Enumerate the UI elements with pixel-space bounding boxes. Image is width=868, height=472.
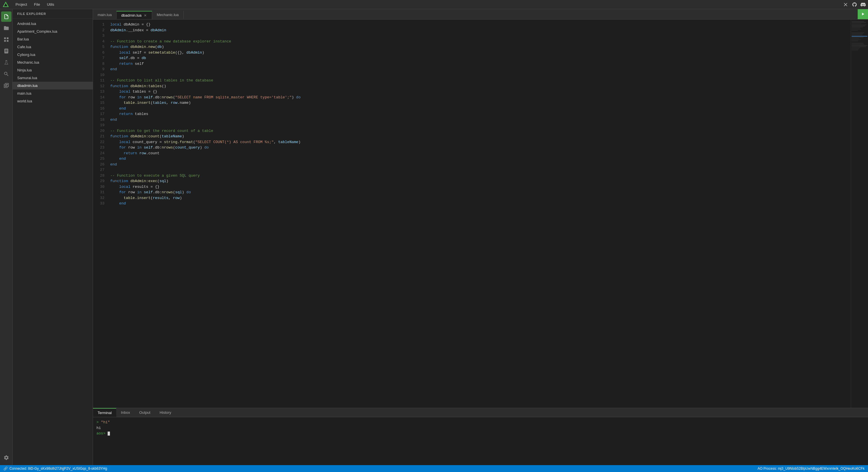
minimap-content — [851, 20, 868, 52]
code-line-1: local dbAdmin = {} — [110, 22, 847, 28]
tab-main-lua-label: main.lua — [98, 12, 112, 17]
menu-bar: Project File Utils — [0, 0, 868, 9]
file-item-mechanic[interactable]: Mechanic.lua — [12, 59, 93, 66]
code-editor: 1 2 3 4 5 6 7 8 9 10 11 12 13 14 15 16 1 — [93, 20, 851, 408]
code-line-15: table.insert(tables, row.name) — [110, 100, 847, 106]
file-item-cyborg[interactable]: Cyborg.lua — [12, 51, 93, 59]
minimap-line — [851, 22, 866, 23]
file-item-samurai[interactable]: Samurai.lua — [12, 74, 93, 82]
code-line-26: end — [110, 162, 847, 167]
sidebar-flask-icon[interactable] — [1, 57, 11, 68]
minimap-line — [851, 40, 858, 41]
file-item-android[interactable]: Android.lua — [12, 20, 93, 28]
terminal-tab-output[interactable]: Output — [135, 408, 155, 417]
minimap-line — [851, 34, 863, 34]
sidebar-settings-icon[interactable] — [1, 452, 11, 463]
menu-utils[interactable]: Utils — [44, 1, 57, 8]
code-line-24: return row.count — [110, 150, 847, 156]
status-connection-icon: 🔗 — [3, 467, 8, 471]
terminal-tab-inbox[interactable]: Inbox — [116, 408, 135, 417]
file-item-cafe[interactable]: Cafe.lua — [12, 43, 93, 51]
code-line-16: end — [110, 106, 847, 111]
code-line-9: end — [110, 67, 847, 72]
code-line-22: local count_query = string.format("SELEC… — [110, 139, 847, 145]
terminal-line-input: aos> — [96, 431, 865, 436]
code-line-5: function dbAdmin.new(db) — [110, 44, 847, 50]
editor-tabs: main.lua dbadmin.lua ✕ Mechanic.lua — [93, 9, 868, 20]
terminal-tab-terminal[interactable]: Terminal — [93, 408, 116, 417]
code-line-32: table.insert(results, row) — [110, 195, 847, 201]
file-explorer-title: FILE EXPLORER — [12, 9, 93, 19]
tab-main-lua[interactable]: main.lua — [93, 11, 117, 19]
minimap-line — [851, 35, 862, 36]
menu-file[interactable]: File — [31, 1, 43, 8]
icon-sidebar — [0, 9, 12, 465]
code-line-8: return self — [110, 61, 847, 67]
minimap-line — [851, 45, 867, 46]
minimap-line — [851, 48, 859, 49]
minimap-line — [851, 28, 860, 29]
tabs-container: main.lua dbadmin.lua ✕ Mechanic.lua — [93, 11, 858, 19]
tab-dbadmin-lua-label: dbadmin.lua — [121, 13, 142, 18]
code-line-30: local results = {} — [110, 184, 847, 190]
run-button[interactable] — [858, 9, 868, 19]
sidebar-files-icon[interactable] — [1, 11, 11, 22]
x-icon[interactable] — [843, 2, 848, 7]
minimap-line — [851, 29, 861, 30]
minimap-line — [851, 47, 860, 48]
minimap-line — [851, 46, 866, 47]
terminal-line-prompt: > "hi" — [96, 419, 865, 425]
discord-icon[interactable] — [861, 2, 866, 7]
minimap-line — [851, 38, 859, 39]
terminal-tabs: Terminal Inbox Output History — [93, 408, 868, 417]
code-line-21: function dbAdmin:count(tableName) — [110, 134, 847, 139]
code-line-31: for row in self.db:nrows(sql) do — [110, 190, 847, 195]
sidebar-folder-icon[interactable] — [1, 23, 11, 33]
terminal-content[interactable]: > "hi" hi aos> — [93, 417, 868, 465]
tab-mechanic-lua-label: Mechanic.lua — [157, 12, 179, 17]
code-line-27 — [110, 167, 847, 173]
minimap-line — [851, 39, 861, 40]
github-icon[interactable] — [852, 2, 857, 7]
minimap-line — [851, 49, 858, 50]
code-area-container: 1 2 3 4 5 6 7 8 9 10 11 12 13 14 15 16 1 — [93, 20, 868, 408]
sidebar-book-icon[interactable] — [1, 46, 11, 56]
minimap-line — [851, 26, 865, 26]
sidebar-grid-icon[interactable] — [1, 34, 11, 45]
code-line-10 — [110, 72, 847, 78]
code-line-2: dbAdmin.__index = dbAdmin — [110, 28, 847, 33]
file-item-world[interactable]: world.lua — [12, 97, 93, 105]
minimap-line — [851, 24, 867, 25]
sidebar-library-icon[interactable] — [1, 80, 11, 91]
terminal-tab-history[interactable]: History — [155, 408, 176, 417]
code-line-18: end — [110, 117, 847, 123]
code-line-6: local self = setmetatable({}, dbAdmin) — [110, 50, 847, 56]
tab-mechanic-lua[interactable]: Mechanic.lua — [152, 11, 184, 19]
file-item-ninja[interactable]: Ninja.lua — [12, 66, 93, 74]
minimap-line — [851, 30, 858, 31]
terminal-area: Terminal Inbox Output History > "hi" hi … — [93, 408, 868, 465]
file-item-dbadmin[interactable]: dbadmin.lua — [12, 82, 93, 90]
code-line-33: end — [110, 201, 847, 206]
code-line-13: local tables = {} — [110, 89, 847, 95]
code-line-17: return tables — [110, 111, 847, 117]
status-right-text: AO Process: mj3_U9Nlob52BlpUwNBgg4EWxnml… — [757, 467, 865, 471]
code-line-11: -- Function to list all tables in the da… — [110, 78, 847, 83]
file-item-bar[interactable]: Bar.lua — [12, 35, 93, 43]
code-content[interactable]: local dbAdmin = {} dbAdmin.__index = dbA… — [107, 20, 851, 408]
code-line-14: for row in self.db:nrows("SELECT name FR… — [110, 95, 847, 100]
editor-area: main.lua dbadmin.lua ✕ Mechanic.lua 1 2 — [93, 9, 868, 465]
file-item-main[interactable]: main.lua — [12, 90, 93, 97]
menu-bar-right — [843, 2, 866, 7]
sidebar-search-icon[interactable] — [1, 69, 11, 79]
file-item-apartment[interactable]: Apartment_Complex.lua — [12, 28, 93, 35]
menu-project[interactable]: Project — [12, 1, 30, 8]
code-line-4: -- Function to create a new database exp… — [110, 39, 847, 44]
code-line-23: for row in self.db:nrows(count_query) do — [110, 145, 847, 150]
minimap-line — [851, 36, 867, 37]
code-line-20: -- Function to get the record count of a… — [110, 128, 847, 134]
tab-dbadmin-close[interactable]: ✕ — [143, 13, 147, 18]
tab-dbadmin-lua[interactable]: dbadmin.lua ✕ — [117, 11, 152, 19]
status-connection-text: Connected: 8iD-Gy_sKx98oth27JhjjP2V_xUSI… — [9, 467, 107, 471]
app-logo — [2, 1, 9, 8]
